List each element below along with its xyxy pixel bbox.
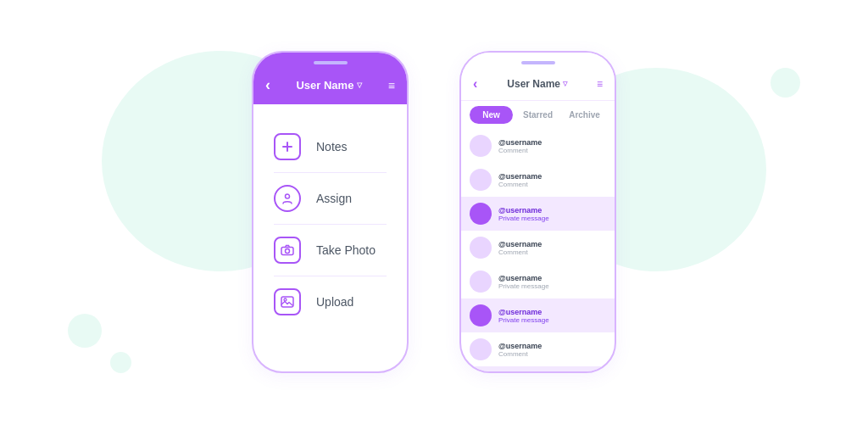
avatar-1 <box>470 135 492 157</box>
tab-archive[interactable]: Archive <box>563 106 606 124</box>
msg-username-1: @username <box>498 138 606 147</box>
msg-content-3: @username Private message <box>498 206 606 222</box>
phone-notch-1 <box>314 61 348 64</box>
msg-comment-3: Private message <box>498 215 606 222</box>
svg-point-6 <box>284 298 287 301</box>
svg-point-4 <box>286 249 290 254</box>
svg-point-2 <box>286 194 290 198</box>
msg-content-7: @username Comment <box>498 342 606 358</box>
message-item-8[interactable]: @username Private message <box>461 366 615 371</box>
background-blob-5 <box>771 68 800 98</box>
msg-content-6: @username Private message <box>498 308 606 324</box>
msg-comment-4: Comment <box>498 248 606 256</box>
msg-content-4: @username Comment <box>498 240 606 256</box>
msg-username-5: @username <box>498 274 606 282</box>
avatar-3 <box>470 203 492 225</box>
msg-comment-2: Comment <box>498 181 606 188</box>
phone2-user-name: User Name ▽ <box>507 78 567 90</box>
phone1-hamburger-icon[interactable]: ≡ <box>388 79 395 92</box>
phone-1: ‹ User Name ▽ ≡ Notes <box>252 51 409 373</box>
message-item-2[interactable]: @username Comment <box>461 163 615 197</box>
menu-item-notes[interactable]: Notes <box>274 121 387 173</box>
msg-username-7: @username <box>498 342 606 350</box>
message-item-6[interactable]: @username Private message <box>461 298 615 332</box>
phone2-back-button[interactable]: ‹ <box>473 76 477 92</box>
msg-username-3: @username <box>498 206 606 215</box>
menu-item-take-photo[interactable]: Take Photo <box>274 225 387 276</box>
msg-comment-1: Comment <box>498 147 606 154</box>
background-blob-3 <box>68 314 102 348</box>
notes-label: Notes <box>316 140 348 153</box>
avatar-4 <box>470 237 492 259</box>
msg-comment-7: Comment <box>498 350 606 358</box>
background-blob-4 <box>110 352 131 373</box>
phones-container: ‹ User Name ▽ ≡ Notes <box>252 51 616 373</box>
avatar-2 <box>470 169 492 191</box>
phone1-menu-list: Notes Assign <box>253 104 407 344</box>
camera-icon <box>274 237 301 264</box>
message-item-5[interactable]: @username Private message <box>461 265 615 298</box>
assign-label: Assign <box>316 192 352 205</box>
avatar-5 <box>470 271 492 293</box>
avatar-7 <box>470 338 492 360</box>
plus-icon <box>274 133 301 160</box>
msg-username-6: @username <box>498 308 606 316</box>
msg-username-4: @username <box>498 240 606 248</box>
message-item-1[interactable]: @username Comment <box>461 129 615 163</box>
avatar-6 <box>470 304 492 326</box>
msg-content-1: @username Comment <box>498 138 606 154</box>
tab-starred[interactable]: Starred <box>516 106 559 124</box>
phone-notch-2 <box>521 61 555 64</box>
msg-username-2: @username <box>498 172 606 181</box>
phone1-user-name: User Name ▽ <box>296 79 362 92</box>
menu-item-upload[interactable]: Upload <box>274 276 387 327</box>
message-list: @username Comment @username Comment @use… <box>461 129 615 371</box>
svg-rect-5 <box>281 297 293 307</box>
msg-comment-5: Private message <box>498 282 606 290</box>
msg-comment-6: Private message <box>498 316 606 324</box>
take-photo-label: Take Photo <box>316 243 376 257</box>
phone2-hamburger-icon[interactable]: ≡ <box>597 78 603 90</box>
phone2-header: ‹ User Name ▽ ≡ <box>461 53 615 101</box>
phone1-back-button[interactable]: ‹ <box>265 76 270 94</box>
phone-2: ‹ User Name ▽ ≡ New Starred Archive @use… <box>459 51 616 373</box>
message-item-3[interactable]: @username Private message <box>461 197 615 231</box>
tabs-row: New Starred Archive <box>461 101 615 129</box>
person-icon <box>274 185 301 212</box>
msg-content-5: @username Private message <box>498 274 606 290</box>
image-icon <box>274 288 301 315</box>
tab-new[interactable]: New <box>470 106 513 124</box>
menu-item-assign[interactable]: Assign <box>274 173 387 225</box>
upload-label: Upload <box>316 295 353 309</box>
msg-content-2: @username Comment <box>498 172 606 188</box>
message-item-4[interactable]: @username Comment <box>461 231 615 265</box>
message-item-7[interactable]: @username Comment <box>461 332 615 366</box>
